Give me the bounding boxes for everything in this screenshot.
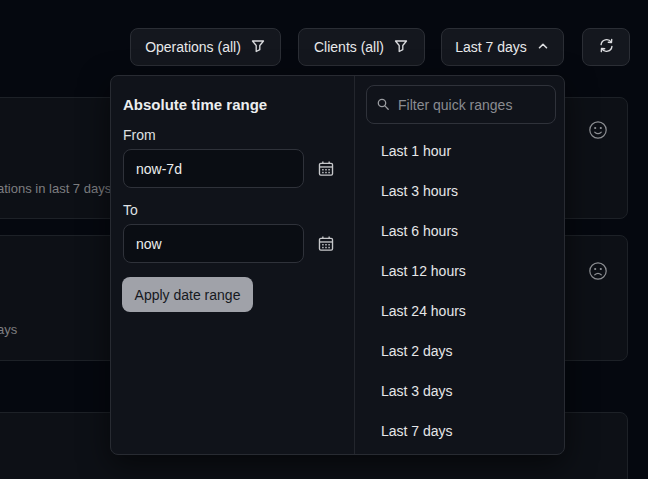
apply-date-range-button[interactable]: Apply date range xyxy=(122,277,253,312)
operations-filter-button[interactable]: Operations (all) xyxy=(130,28,281,66)
clients-filter-button[interactable]: Clients (all) xyxy=(298,28,425,66)
refresh-icon xyxy=(598,37,615,57)
to-label: To xyxy=(123,202,138,218)
quick-range-option[interactable]: Last 2 days xyxy=(355,331,565,371)
quick-range-option[interactable]: Last 3 days xyxy=(355,371,565,411)
quick-range-search xyxy=(366,85,556,124)
from-input[interactable] xyxy=(123,149,304,188)
to-input[interactable] xyxy=(123,224,304,263)
time-range-dropdown: Absolute time range From To xyxy=(110,75,565,455)
operations-filter-label: Operations (all) xyxy=(145,39,241,55)
quick-range-search-input[interactable] xyxy=(366,85,556,124)
from-label: From xyxy=(123,127,156,143)
quick-range-option[interactable]: Last 3 hours xyxy=(355,171,565,211)
absolute-time-range-title: Absolute time range xyxy=(123,96,267,113)
filter-funnel-icon xyxy=(250,38,266,57)
calendar-icon[interactable] xyxy=(317,160,335,178)
quick-range-list: Last 1 hour Last 3 hours Last 6 hours La… xyxy=(355,131,565,451)
quick-range-option[interactable]: Last 1 hour xyxy=(355,131,565,171)
time-range-label: Last 7 days xyxy=(455,39,527,55)
app-window: ations in last 7 days ays Operations (al… xyxy=(0,0,648,479)
quick-range-option[interactable]: Last 12 hours xyxy=(355,251,565,291)
smiley-face-icon xyxy=(587,119,609,141)
chevron-up-icon xyxy=(536,39,550,56)
time-range-picker-button[interactable]: Last 7 days xyxy=(441,28,564,66)
refresh-button[interactable] xyxy=(582,28,630,66)
calendar-icon[interactable] xyxy=(317,235,335,253)
quick-range-option[interactable]: Last 24 hours xyxy=(355,291,565,331)
frowning-face-icon xyxy=(587,260,609,282)
filter-funnel-icon xyxy=(393,38,409,57)
card-subtitle-truncated: ations in last 7 days xyxy=(0,181,111,196)
card-subtitle-truncated: ays xyxy=(0,322,17,337)
quick-range-option[interactable]: Last 7 days xyxy=(355,411,565,451)
clients-filter-label: Clients (all) xyxy=(314,39,384,55)
quick-range-option[interactable]: Last 6 hours xyxy=(355,211,565,251)
